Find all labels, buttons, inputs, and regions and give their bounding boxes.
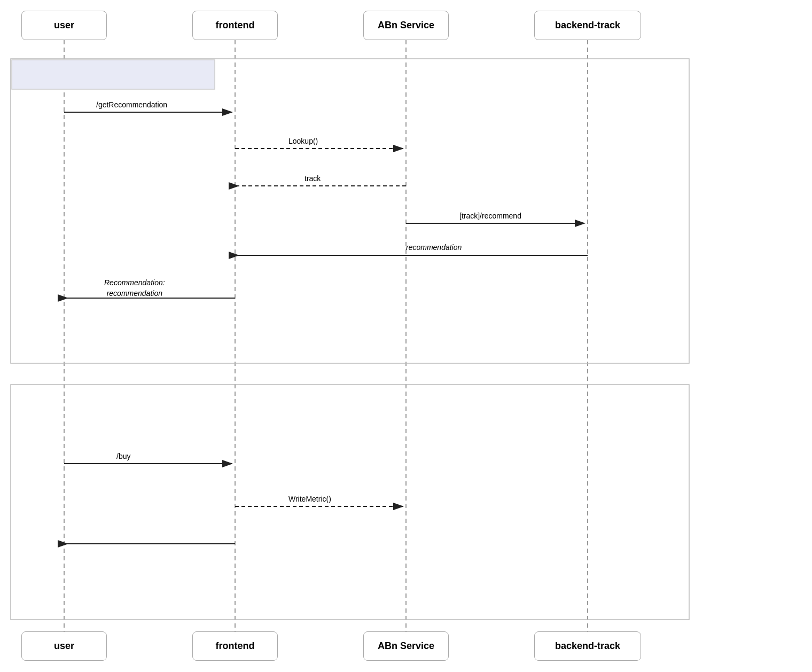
label-recommendation: recommendation	[406, 243, 462, 252]
fragment-label: Several recommendations might berequeste…	[15, 63, 150, 90]
actor-backend-bottom: backend-track	[534, 631, 641, 661]
label-track: track	[304, 174, 321, 183]
svg-rect-7	[11, 385, 689, 620]
actor-backend-top: backend-track	[534, 11, 641, 40]
actor-user-bottom: user	[21, 631, 107, 661]
label-rec-rec: Recommendation:recommendation	[104, 278, 165, 299]
actor-abn-top: ABn Service	[363, 11, 449, 40]
diagram-container: user frontend ABn Service backend-track …	[0, 0, 812, 672]
actor-abn-bottom: ABn Service	[363, 631, 449, 661]
actor-frontend-bottom: frontend	[192, 631, 278, 661]
label-recommend: [track]/recommend	[459, 212, 521, 220]
actor-user-top: user	[21, 11, 107, 40]
actor-frontend-top: frontend	[192, 11, 278, 40]
label-lookup: Lookup()	[288, 137, 318, 145]
label-writemetric: WriteMetric()	[288, 495, 331, 503]
label-buy: /buy	[116, 452, 130, 460]
label-getrecommendation: /getRecommendation	[96, 100, 167, 109]
